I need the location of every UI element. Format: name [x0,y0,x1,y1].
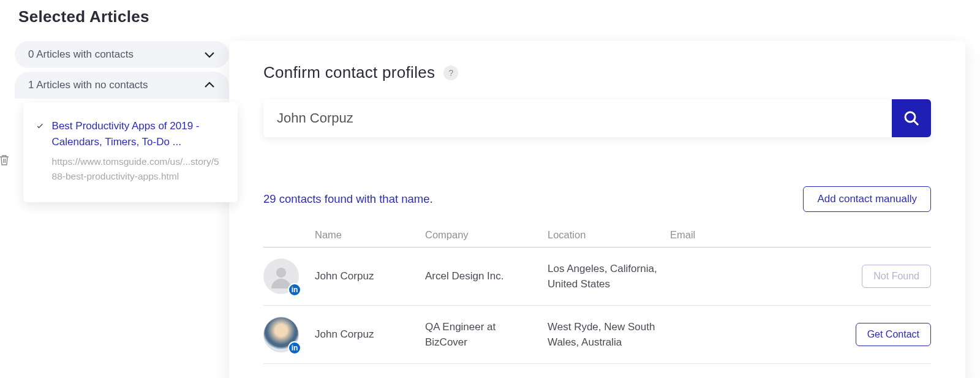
linkedin-icon[interactable]: in [288,283,301,297]
main-panel: Confirm contact profiles ? 29 contacts f… [229,41,965,378]
linkedin-icon[interactable]: in [288,341,301,355]
avatar: in [263,259,299,294]
add-contact-manually-button[interactable]: Add contact manually [803,186,931,212]
trash-icon [0,154,10,166]
sidebar-section-label: 0 Articles with contacts [28,48,134,61]
search-icon [903,110,920,127]
page-title: Selected Articles [15,7,965,26]
help-icon[interactable]: ? [443,66,458,80]
search-bar [263,99,931,137]
search-input[interactable] [263,99,892,137]
cell-company: Arcel Design Inc. [425,268,548,284]
chevron-up-icon [203,81,216,89]
column-email: Email [670,229,851,241]
column-location: Location [548,229,670,241]
column-company: Company [425,229,548,241]
sidebar-section-with-contacts[interactable]: 0 Articles with contacts [15,41,229,68]
sidebar-section-no-contacts[interactable]: 1 Articles with no contacts [15,72,229,99]
table-row: inJohn CorpuzQA Engineer at BizCoverWest… [263,306,931,364]
results-count-text: 29 contacts found with that name. [263,192,433,206]
contacts-table: Name Company Location Email inJohn Corpu… [263,229,931,364]
article-url: https://www.tomsguide.com/us/...story/58… [52,154,224,184]
cell-location: West Ryde, New South Wales, Australia [548,319,670,350]
cell-company: QA Engineer at BizCover [425,319,548,350]
article-title-link[interactable]: Best Productivity Apps of 2019 - Calenda… [52,118,224,151]
article-card: Best Productivity Apps of 2019 - Calenda… [23,102,238,202]
chevron-down-icon [203,50,216,59]
delete-article-button[interactable] [0,154,10,168]
not-found-button: Not Found [862,265,931,288]
table-row: inJohn CorpuzArcel Design Inc.Los Angele… [263,248,931,306]
cell-name: John Corpuz [315,268,425,284]
check-icon [37,122,43,130]
avatar: in [263,317,299,352]
panel-title: Confirm contact profiles [263,63,435,82]
cell-name: John Corpuz [315,327,425,342]
search-button[interactable] [892,99,931,137]
sidebar-section-label: 1 Articles with no contacts [28,79,148,91]
column-name: Name [315,229,425,241]
get-contact-button[interactable]: Get Contact [856,323,931,346]
cell-location: Los Angeles, California, United States [548,261,670,292]
svg-point-1 [276,268,286,278]
svg-point-0 [905,112,915,122]
sidebar: 0 Articles with contacts 1 Articles with… [15,41,229,202]
table-header: Name Company Location Email [263,229,931,248]
